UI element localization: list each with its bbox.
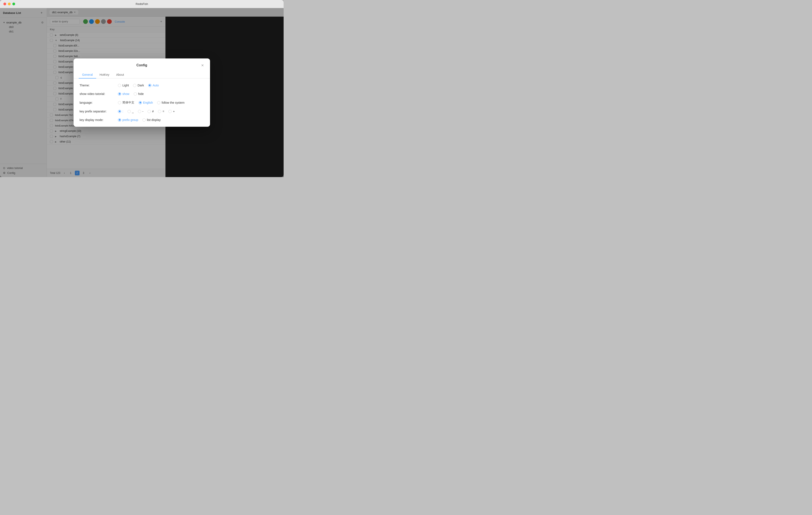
video-hide-option[interactable]: hide	[134, 92, 144, 96]
separator-equals-radio[interactable]	[158, 110, 161, 113]
separator-underscore-option[interactable]: _	[127, 110, 134, 113]
separator-equals-label: =	[163, 110, 164, 113]
config-modal: Config ✕ General HotKey About Theme: Lig…	[74, 58, 210, 127]
theme-label: Theme:	[80, 84, 118, 87]
theme-dark-option[interactable]: Dark	[133, 84, 144, 87]
display-list-radio[interactable]	[142, 118, 146, 121]
separator-plus-label: +	[173, 110, 175, 113]
video-show-radio[interactable]	[118, 92, 121, 96]
separator-colon-option[interactable]: :	[118, 110, 123, 113]
theme-light-label: Light	[122, 84, 129, 87]
theme-dark-radio[interactable]	[133, 84, 136, 87]
maximize-button[interactable]	[12, 3, 15, 5]
theme-dark-label: Dark	[138, 84, 144, 87]
separator-equals-option[interactable]: =	[158, 110, 164, 113]
config-row-video-tutorial: show video tutorial: show hide	[80, 92, 204, 96]
video-show-option[interactable]: show	[118, 92, 129, 96]
tab-about[interactable]: About	[113, 71, 127, 79]
theme-options: Light Dark Auto	[118, 84, 159, 87]
tab-general[interactable]: General	[79, 71, 96, 79]
theme-auto-option[interactable]: Auto	[148, 84, 159, 87]
key-display-options: prefix group list display	[118, 118, 161, 121]
config-row-language: language: 简体中文 English follow the sys	[80, 101, 204, 105]
window-title: RedisFish	[136, 2, 148, 5]
separator-plus-option[interactable]: +	[169, 110, 175, 113]
display-prefix-group-label: prefix group	[122, 118, 138, 121]
display-list-option[interactable]: list display	[142, 118, 161, 121]
separator-hash-radio[interactable]	[148, 110, 151, 113]
modal-title: Config	[84, 63, 200, 67]
config-row-key-prefix: key prefix separator: : _ -	[80, 110, 204, 113]
config-row-theme: Theme: Light Dark Auto	[80, 84, 204, 87]
language-zh-label: 简体中文	[122, 101, 134, 105]
modal-tabs: General HotKey About	[74, 68, 210, 79]
separator-colon-label: :	[122, 110, 123, 113]
config-row-key-display: key display mode: prefix group list disp…	[80, 118, 204, 121]
display-prefix-group-option[interactable]: prefix group	[118, 118, 138, 121]
modal-close-button[interactable]: ✕	[200, 63, 205, 68]
language-label: language:	[80, 101, 118, 104]
modal-overlay[interactable]: Config ✕ General HotKey About Theme: Lig…	[0, 8, 284, 177]
language-en-label: English	[143, 101, 153, 104]
modal-header: Config ✕	[74, 58, 210, 68]
theme-auto-radio[interactable]	[148, 84, 151, 87]
display-prefix-group-radio[interactable]	[118, 118, 121, 121]
close-button[interactable]	[3, 3, 6, 5]
language-system-option[interactable]: follow the system	[157, 101, 184, 104]
separator-hash-label: #	[152, 110, 154, 113]
titlebar: RedisFish	[0, 0, 284, 8]
separator-dash-label: -	[142, 110, 144, 113]
language-zh-radio[interactable]	[118, 101, 121, 104]
key-display-label: key display mode:	[80, 118, 118, 121]
separator-hash-option[interactable]: #	[148, 110, 154, 113]
video-tutorial-config-label: show video tutorial:	[80, 92, 118, 96]
language-en-radio[interactable]	[139, 101, 142, 104]
separator-underscore-radio[interactable]	[127, 110, 131, 113]
video-hide-label: hide	[138, 92, 144, 96]
theme-light-option[interactable]: Light	[118, 84, 129, 87]
theme-auto-label: Auto	[153, 84, 159, 87]
language-zh-option[interactable]: 简体中文	[118, 101, 134, 105]
language-en-option[interactable]: English	[139, 101, 153, 104]
language-system-label: follow the system	[162, 101, 184, 104]
key-prefix-options: : _ - #	[118, 110, 175, 113]
separator-colon-radio[interactable]	[118, 110, 121, 113]
modal-body: Theme: Light Dark Auto	[74, 79, 210, 127]
separator-underscore-label: _	[132, 110, 134, 113]
key-prefix-label: key prefix separator:	[80, 110, 118, 113]
separator-dash-option[interactable]: -	[138, 110, 144, 113]
display-list-label: list display	[147, 118, 161, 121]
minimize-button[interactable]	[8, 3, 11, 5]
language-system-radio[interactable]	[157, 101, 161, 104]
tab-hotkey[interactable]: HotKey	[96, 71, 113, 79]
separator-plus-radio[interactable]	[169, 110, 172, 113]
theme-light-radio[interactable]	[118, 84, 121, 87]
video-hide-radio[interactable]	[134, 92, 137, 96]
video-show-label: show	[122, 92, 129, 96]
language-options: 简体中文 English follow the system	[118, 101, 184, 105]
traffic-lights	[3, 3, 15, 5]
separator-dash-radio[interactable]	[138, 110, 141, 113]
app-window: RedisFish Database List + ▼ example_db ⚙…	[0, 0, 284, 177]
video-tutorial-options: show hide	[118, 92, 144, 96]
